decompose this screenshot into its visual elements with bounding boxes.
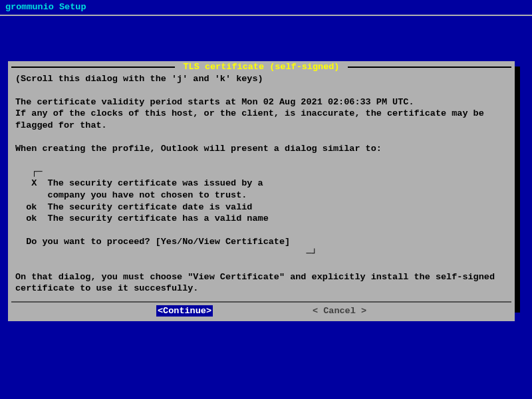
box-corner-br-icon: ─┘ xyxy=(306,248,317,260)
dialog-buttons: <Continue> < Cancel > xyxy=(9,303,514,321)
sim-line-name: ok The security certificate has a valid … xyxy=(15,213,269,223)
app-header: grommunio Setup xyxy=(0,0,532,15)
box-corner-tl-icon: ┌─ xyxy=(31,166,42,178)
scroll-hint: (Scroll this dialog with the 'j' and 'k'… xyxy=(15,74,263,84)
sim-line-issued-cont: company you have not chosen to trust. xyxy=(15,190,247,200)
paragraph-instruction: On that dialog, you must choose "View Ce… xyxy=(15,272,500,294)
dialog-body[interactable]: (Scroll this dialog with the 'j' and 'k'… xyxy=(9,73,514,299)
continue-button[interactable]: <Continue> xyxy=(156,305,213,317)
paragraph-outlook: When creating the profile, Outlook will … xyxy=(15,144,382,154)
paragraph-validity: The certificate validity period starts a… xyxy=(15,97,489,130)
sim-line-issued: X The security certificate was issued by… xyxy=(15,178,263,188)
tls-dialog: TLS certificate (self-signed) (Scroll th… xyxy=(8,61,515,321)
header-separator xyxy=(0,15,532,16)
cancel-button[interactable]: < Cancel > xyxy=(313,305,366,317)
sim-line-date: ok The security certificate date is vali… xyxy=(15,202,252,212)
app-title: grommunio Setup xyxy=(5,2,86,12)
dialog-title: TLS certificate (self-signed) xyxy=(9,61,514,73)
sim-prompt: Do you want to proceed? [Yes/No/View Cer… xyxy=(15,237,290,247)
